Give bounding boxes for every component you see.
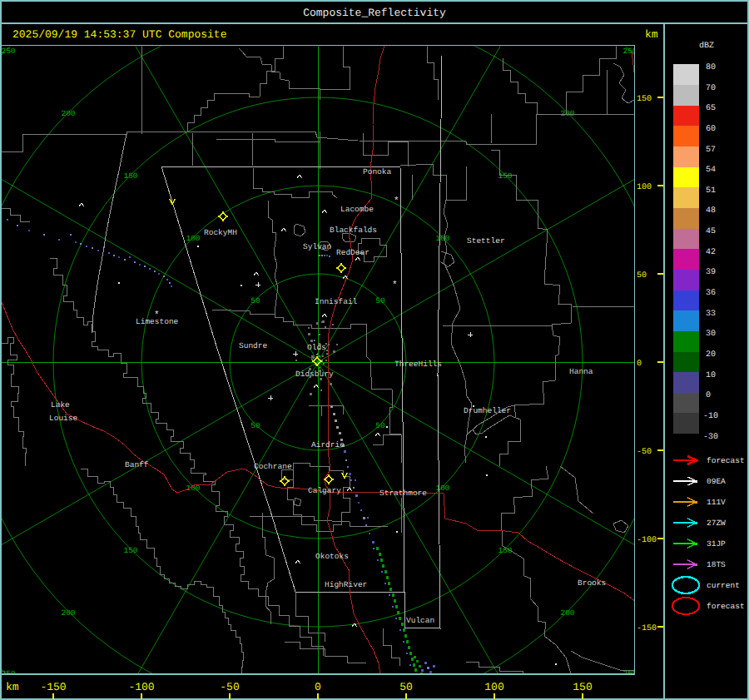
- svg-text:RedDeer: RedDeer: [336, 248, 370, 257]
- svg-text:57: 57: [706, 146, 716, 155]
- svg-text:Banff: Banff: [125, 460, 149, 469]
- svg-text:*: *: [394, 196, 399, 206]
- svg-text:-50: -50: [220, 681, 239, 693]
- svg-text:-150: -150: [40, 681, 66, 693]
- svg-text:200: 200: [61, 109, 75, 118]
- svg-text:Louise: Louise: [49, 414, 78, 423]
- svg-text:150: 150: [123, 546, 137, 555]
- svg-text:Sylvan: Sylvan: [303, 242, 331, 251]
- svg-text:-100: -100: [128, 681, 154, 693]
- svg-text:100: 100: [435, 234, 449, 243]
- svg-text:30: 30: [706, 330, 716, 339]
- svg-text:Cochrane: Cochrane: [254, 462, 292, 471]
- svg-text:km: km: [6, 681, 19, 693]
- svg-text:Olds: Olds: [307, 343, 326, 352]
- svg-text:51: 51: [706, 186, 716, 196]
- svg-text:Okotoks: Okotoks: [315, 552, 349, 561]
- svg-text:54: 54: [706, 166, 716, 175]
- svg-text:50: 50: [250, 296, 260, 305]
- svg-text:65: 65: [706, 104, 716, 113]
- svg-text:45: 45: [706, 227, 716, 236]
- svg-text:10: 10: [706, 371, 716, 380]
- svg-text:Blackfalds: Blackfalds: [330, 226, 377, 235]
- svg-text:Sundre: Sundre: [239, 341, 268, 350]
- svg-text:dBZ: dBZ: [699, 41, 714, 51]
- svg-text:Calgary: Calgary: [308, 486, 341, 495]
- svg-text:100: 100: [484, 681, 503, 693]
- svg-text:km: km: [645, 28, 658, 41]
- svg-text:Hanna: Hanna: [569, 367, 593, 376]
- svg-text:-50: -50: [637, 448, 652, 457]
- svg-text:Drumheller: Drumheller: [464, 406, 511, 415]
- svg-text:forecast: forecast: [707, 602, 745, 611]
- svg-text:31JP: 31JP: [707, 539, 726, 549]
- svg-text:50: 50: [375, 421, 385, 430]
- svg-text:100: 100: [186, 234, 200, 243]
- svg-text:forecast: forecast: [707, 456, 745, 465]
- svg-text:RockyMH: RockyMH: [204, 228, 237, 237]
- svg-text:Didsbury: Didsbury: [295, 370, 334, 379]
- svg-text:Innisfail: Innisfail: [315, 297, 358, 306]
- svg-text:Brooks: Brooks: [578, 578, 606, 588]
- svg-text:-150: -150: [637, 624, 657, 633]
- svg-text:50: 50: [399, 681, 413, 693]
- svg-text:80: 80: [706, 63, 716, 72]
- svg-text:-100: -100: [637, 536, 657, 545]
- svg-text:150: 150: [123, 171, 137, 181]
- svg-text:-30: -30: [703, 433, 718, 442]
- svg-text:Vulcan: Vulcan: [406, 616, 434, 625]
- svg-text:48: 48: [706, 206, 716, 216]
- svg-text:111V: 111V: [707, 498, 726, 507]
- svg-text:36: 36: [706, 289, 716, 298]
- svg-text:33: 33: [706, 310, 716, 319]
- svg-text:09EA: 09EA: [707, 477, 726, 486]
- svg-text:Stettler: Stettler: [467, 236, 505, 246]
- svg-text:Ponoka: Ponoka: [363, 167, 392, 176]
- svg-text:60: 60: [706, 125, 716, 134]
- svg-text:50: 50: [637, 271, 647, 280]
- svg-text:150: 150: [573, 681, 592, 693]
- svg-text:0: 0: [637, 360, 642, 369]
- svg-text:Composite_Reflectivity: Composite_Reflectivity: [303, 7, 446, 19]
- svg-text:Airdrie: Airdrie: [311, 440, 345, 449]
- svg-text:current: current: [707, 581, 740, 590]
- svg-text:250: 250: [1, 47, 15, 56]
- svg-text:20: 20: [706, 350, 716, 360]
- svg-text:2025/09/19 14:53:37 UTC Compos: 2025/09/19 14:53:37 UTC Composite: [12, 28, 226, 41]
- svg-text:150: 150: [498, 171, 512, 181]
- svg-text:18TS: 18TS: [707, 560, 726, 569]
- svg-text:*: *: [154, 310, 160, 320]
- svg-text:200: 200: [61, 608, 75, 618]
- svg-text:100: 100: [435, 484, 449, 493]
- svg-text:50: 50: [250, 421, 260, 430]
- svg-text:*: *: [392, 280, 398, 290]
- svg-text:39: 39: [706, 268, 716, 277]
- svg-text:27ZW: 27ZW: [707, 519, 726, 528]
- svg-text:Lake: Lake: [51, 400, 70, 410]
- svg-text:42: 42: [706, 248, 716, 257]
- svg-text:50: 50: [375, 296, 385, 305]
- svg-text:ThreeHills: ThreeHills: [394, 360, 442, 369]
- svg-text:200: 200: [560, 608, 574, 618]
- svg-text:-10: -10: [703, 412, 718, 421]
- svg-text:Lacombe: Lacombe: [340, 205, 374, 214]
- svg-text:150: 150: [637, 95, 652, 104]
- svg-text:70: 70: [706, 84, 716, 93]
- svg-text:0: 0: [706, 391, 711, 400]
- svg-text:HighRiver: HighRiver: [325, 580, 367, 589]
- svg-text:100: 100: [637, 183, 652, 192]
- svg-text:Strathmore: Strathmore: [379, 489, 427, 498]
- svg-text:0: 0: [315, 681, 321, 693]
